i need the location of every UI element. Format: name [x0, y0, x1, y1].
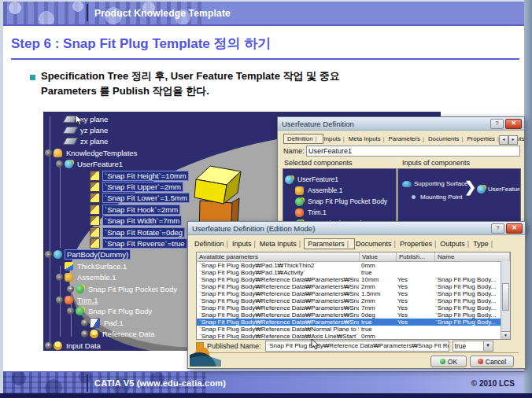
tree-item-label[interactable]: zx plane [79, 137, 109, 146]
published-name-input[interactable]: `Snap Fit Plug Body₩Reference Data₩Param… [265, 341, 449, 352]
tree-row[interactable]: UserFeature1 [285, 174, 396, 185]
tree-item-label[interactable]: Trim.1 [306, 208, 328, 216]
expand-handle[interactable]: - [56, 274, 63, 281]
tree-item-label[interactable]: Reference Data [101, 330, 157, 338]
parameter-row[interactable]: `Snap Fit Plug Body₩Reference Data₩Norma… [197, 326, 510, 333]
supporting-surface-item[interactable]: Supporting Surface [402, 180, 468, 187]
tree-item-label[interactable]: `Snap Fit Upper`=2mm [102, 182, 183, 192]
dialog-titlebar[interactable]: Userfeature Definition (Edition Mode) ? … [188, 222, 525, 235]
tab[interactable]: Meta Inputs [259, 239, 304, 249]
cell-parameter: `Snap Fit Plug Body₩Reference Data₩Param… [197, 283, 359, 290]
tree-item-label[interactable]: KnowledgeTemplates [65, 149, 139, 157]
expand-handle[interactable]: + [81, 319, 88, 326]
column-header-publish[interactable]: Publish... [397, 252, 435, 261]
parameter-row[interactable]: `Snap Fit Plug Body₩Reference Data₩Param… [197, 319, 510, 326]
result-userfeature-item[interactable]: UserFeature1 [477, 185, 521, 193]
name-input[interactable]: UserFeature1 [306, 146, 520, 157]
tab[interactable]: Inputs [231, 239, 259, 249]
scroll-down-icon[interactable]: ▼ [501, 331, 510, 339]
title-rule [11, 58, 519, 60]
ok-button[interactable]: OK [430, 356, 467, 367]
tree-item-label[interactable]: `Snap Fit Rotate`=0deg [102, 227, 185, 238]
tree-item-label[interactable]: yz plane [79, 126, 109, 135]
expand-handle[interactable]: + [67, 286, 74, 293]
table-body: `Snap Fit Plug Body₩Pad.1₩ThickThin2` 0m… [197, 262, 510, 340]
expand-handle[interactable]: + [45, 342, 52, 349]
close-icon[interactable]: ✕ [505, 119, 522, 129]
tree-item-label[interactable]: ThickSurface.1 [76, 262, 128, 271]
point-icon [412, 195, 416, 199]
tab[interactable]: Inputs [323, 135, 348, 143]
parameter-row[interactable]: `Snap Fit Plug Body₩Reference Data₩Param… [197, 297, 510, 304]
tree-row[interactable]: Snap Fit Plug Pocket Body [285, 196, 396, 207]
parameter-row[interactable]: `Snap Fit Plug Body₩Reference Data₩Param… [197, 290, 510, 297]
tree-item-label[interactable]: Snap Fit Plug Pocket Body [87, 285, 179, 293]
help-icon[interactable]: ? [491, 223, 504, 234]
tree-item-label[interactable]: PartBody(Dummy) [65, 249, 131, 260]
published-value-dropdown[interactable]: true ▼ [453, 341, 493, 352]
tree-item-label[interactable]: Input Data [65, 341, 102, 350]
tree-row[interactable]: Trim.1 [285, 207, 396, 218]
tree-item-label[interactable]: `Snap Fit Height`=10mm [102, 171, 189, 181]
tree-item-icon [90, 205, 100, 215]
tree-item-label[interactable]: `Snap Fit Hook`=2mm [102, 205, 180, 215]
expand-handle[interactable]: - [45, 149, 52, 157]
tree-item-label[interactable]: UserFeature1 [296, 175, 340, 183]
column-header-name[interactable]: Name [435, 252, 510, 261]
mounting-point-item[interactable]: Mounting Point [409, 193, 462, 201]
tree-row[interactable]: Assemble.1 [285, 185, 396, 196]
parameter-row[interactable]: `Snap Fit Plug Body₩Pad.1₩ThickThin2` 0m… [197, 262, 510, 269]
parameter-row[interactable]: `Snap Fit Plug Body₩Reference Data₩Param… [197, 311, 510, 319]
tab[interactable]: Meta Inputs [348, 135, 388, 143]
tree-item-label[interactable]: Assemble.1 [76, 273, 118, 282]
tree-item-label[interactable]: UserFeature1 [76, 160, 124, 168]
tab[interactable]: Outputs [439, 239, 472, 249]
help-icon[interactable]: ? [490, 119, 504, 129]
expand-handle[interactable]: - [56, 297, 63, 304]
tab[interactable]: Parameters [304, 238, 355, 249]
tree-item-label[interactable]: `Snap Fit Lower`=1.5mm [102, 193, 190, 203]
tree-item-label[interactable]: `Snap Fit Width`=7mm [102, 216, 182, 226]
tab[interactable]: Parameters [388, 135, 427, 143]
dialog-title: Userfeature Definition [282, 120, 354, 128]
scrollbar-thumb[interactable] [502, 283, 509, 311]
vertical-scrollbar[interactable]: ▼ [501, 261, 510, 339]
cancel-button[interactable]: Cancel [470, 356, 514, 367]
expand-handle[interactable]: - [67, 308, 74, 315]
tab[interactable]: Properties [399, 239, 439, 249]
tab-scroll-right-icon[interactable]: ▸ [508, 135, 518, 145]
tree-item-label[interactable]: Trim.1 [76, 296, 100, 304]
expand-handle[interactable]: - [56, 160, 63, 168]
dialog-titlebar[interactable]: Userfeature Definition ? ✕ [278, 117, 524, 131]
tab-scroll-left-icon[interactable]: ◂ [499, 135, 508, 145]
tab[interactable]: Type [472, 239, 496, 249]
column-header-parameters[interactable]: Avalaible parameters [197, 252, 360, 261]
cell-value: 2mm [359, 283, 395, 290]
tree-item-label[interactable]: Pad.1 [102, 319, 125, 327]
cancel-label: Cancel [486, 358, 506, 366]
tree-item-icon [90, 238, 100, 249]
parameter-row[interactable]: `Snap Fit Plug Body₩Reference Data₩Param… [197, 276, 510, 283]
expand-handle[interactable]: + [81, 330, 88, 337]
tab[interactable]: Definition [283, 134, 323, 144]
parameter-row[interactable]: `Snap Fit Plug Body₩Pad.1₩Activity` true [197, 269, 510, 276]
dialog-separator [194, 352, 519, 353]
tree-item-label[interactable]: `Snap Fit Reverse`=true [102, 238, 187, 249]
expand-handle[interactable]: - [45, 251, 52, 258]
tab[interactable]: Definition [194, 239, 231, 249]
tab[interactable]: Properties [466, 135, 502, 143]
tree-item-label[interactable]: Snap Fit Plug Pocket Body [306, 197, 389, 205]
parameter-row[interactable]: `Snap Fit Plug Body₩Reference Data₩Param… [197, 304, 510, 311]
parameter-row[interactable]: `Snap Fit Plug Body₩Reference Data₩Axis … [197, 333, 510, 340]
close-icon[interactable]: ✕ [506, 223, 523, 234]
parameters-table[interactable]: Avalaible parameters Value Publish... Na… [196, 252, 511, 340]
chevron-down-icon[interactable]: ▼ [483, 341, 493, 351]
tree-item-label[interactable]: Assemble.1 [306, 186, 344, 194]
tab[interactable]: Documents [355, 239, 399, 249]
tab[interactable]: Documents [427, 135, 466, 143]
maps-to-arrow-icon: ❯ [464, 179, 476, 196]
cell-value: true [359, 326, 395, 333]
parameter-row[interactable]: `Snap Fit Plug Body₩Reference Data₩Param… [197, 283, 510, 290]
column-header-value[interactable]: Value [360, 252, 397, 261]
tree-item-label[interactable]: Snap Fit Plug Body [87, 307, 153, 315]
